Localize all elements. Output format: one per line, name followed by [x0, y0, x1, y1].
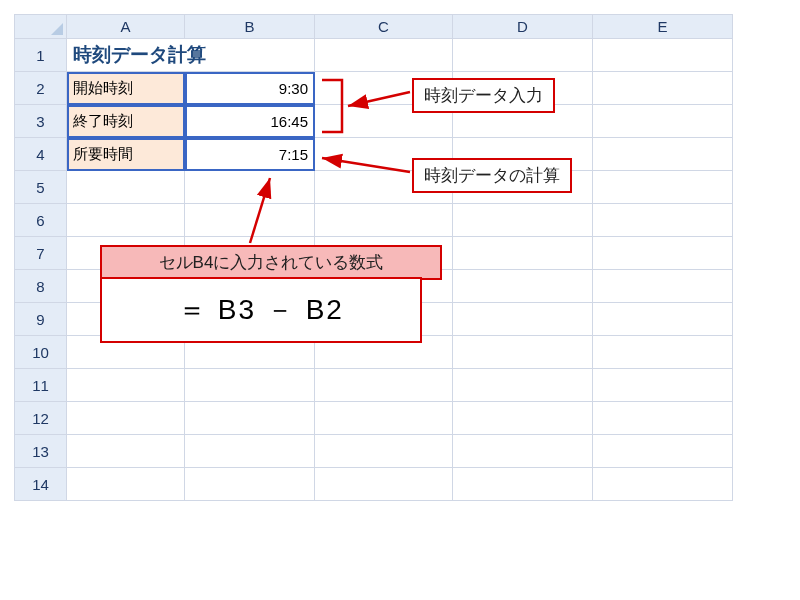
cell-E3[interactable]	[593, 105, 733, 138]
cell-B11[interactable]	[185, 369, 315, 402]
row-header-14[interactable]: 14	[15, 468, 67, 501]
cell-D10[interactable]	[453, 336, 593, 369]
cell-B14[interactable]	[185, 468, 315, 501]
cell-E13[interactable]	[593, 435, 733, 468]
cell-C13[interactable]	[315, 435, 453, 468]
cell-E8[interactable]	[593, 270, 733, 303]
formula-display: ＝ B3 － B2	[100, 277, 422, 343]
callout-calc: 時刻データの計算	[412, 158, 572, 193]
cell-E4[interactable]	[593, 138, 733, 171]
callout-input: 時刻データ入力	[412, 78, 555, 113]
cell-D9[interactable]	[453, 303, 593, 336]
col-header-A[interactable]: A	[67, 15, 185, 39]
cell-A13[interactable]	[67, 435, 185, 468]
row-header-10[interactable]: 10	[15, 336, 67, 369]
cell-C12[interactable]	[315, 402, 453, 435]
cell-A5[interactable]	[67, 171, 185, 204]
col-header-C[interactable]: C	[315, 15, 453, 39]
cell-A4[interactable]: 所要時間	[67, 138, 185, 171]
cell-E10[interactable]	[593, 336, 733, 369]
cell-E14[interactable]	[593, 468, 733, 501]
cell-B13[interactable]	[185, 435, 315, 468]
row-header-11[interactable]: 11	[15, 369, 67, 402]
cell-A3[interactable]: 終了時刻	[67, 105, 185, 138]
cell-B5[interactable]	[185, 171, 315, 204]
cell-A11[interactable]	[67, 369, 185, 402]
row-header-8[interactable]: 8	[15, 270, 67, 303]
col-header-E[interactable]: E	[593, 15, 733, 39]
cell-D8[interactable]	[453, 270, 593, 303]
cell-E6[interactable]	[593, 204, 733, 237]
cell-E5[interactable]	[593, 171, 733, 204]
row-header-1[interactable]: 1	[15, 39, 67, 72]
cell-D13[interactable]	[453, 435, 593, 468]
row-header-6[interactable]: 6	[15, 204, 67, 237]
cell-B4[interactable]: 7:15	[185, 138, 315, 171]
cell-D14[interactable]	[453, 468, 593, 501]
row-header-2[interactable]: 2	[15, 72, 67, 105]
cell-C6[interactable]	[315, 204, 453, 237]
cell-C14[interactable]	[315, 468, 453, 501]
callout-formula-caption: セルB4に入力されている数式	[100, 245, 442, 280]
row-header-4[interactable]: 4	[15, 138, 67, 171]
cell-B3[interactable]: 16:45	[185, 105, 315, 138]
row-header-13[interactable]: 13	[15, 435, 67, 468]
cell-A6[interactable]	[67, 204, 185, 237]
cell-E11[interactable]	[593, 369, 733, 402]
col-header-D[interactable]: D	[453, 15, 593, 39]
cell-B6[interactable]	[185, 204, 315, 237]
cell-E9[interactable]	[593, 303, 733, 336]
cell-D12[interactable]	[453, 402, 593, 435]
cell-E2[interactable]	[593, 72, 733, 105]
cell-E12[interactable]	[593, 402, 733, 435]
cell-C11[interactable]	[315, 369, 453, 402]
cell-E7[interactable]	[593, 237, 733, 270]
cell-D11[interactable]	[453, 369, 593, 402]
cell-D1[interactable]	[453, 39, 593, 72]
cell-D7[interactable]	[453, 237, 593, 270]
cell-C1[interactable]	[315, 39, 453, 72]
row-header-3[interactable]: 3	[15, 105, 67, 138]
row-header-5[interactable]: 5	[15, 171, 67, 204]
row-header-12[interactable]: 12	[15, 402, 67, 435]
cell-D6[interactable]	[453, 204, 593, 237]
row-header-7[interactable]: 7	[15, 237, 67, 270]
cell-B12[interactable]	[185, 402, 315, 435]
cell-A1[interactable]: 時刻データ計算	[67, 39, 315, 72]
cell-A2[interactable]: 開始時刻	[67, 72, 185, 105]
cell-A14[interactable]	[67, 468, 185, 501]
cell-E1[interactable]	[593, 39, 733, 72]
col-header-B[interactable]: B	[185, 15, 315, 39]
row-header-9[interactable]: 9	[15, 303, 67, 336]
cell-B2[interactable]: 9:30	[185, 72, 315, 105]
select-all-corner[interactable]	[15, 15, 67, 39]
cell-A12[interactable]	[67, 402, 185, 435]
